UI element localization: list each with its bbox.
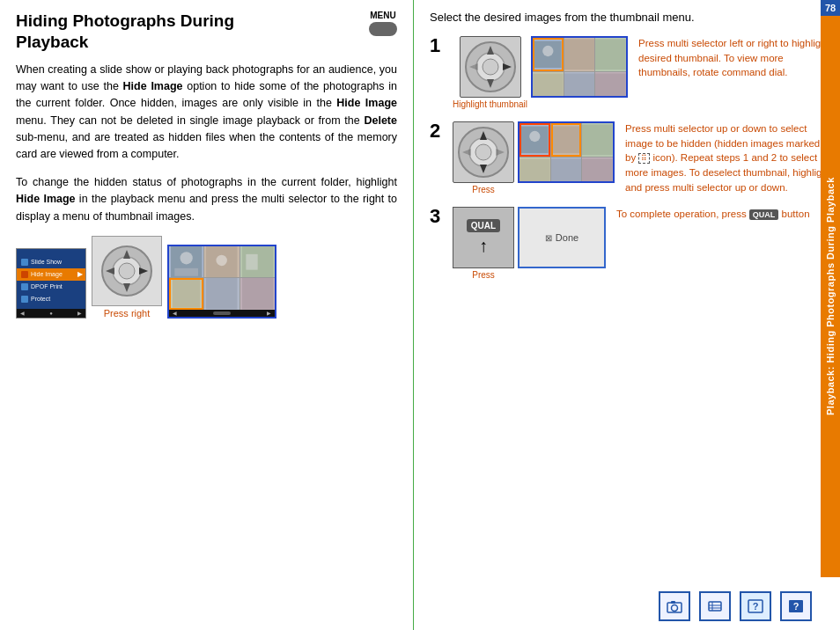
- bottom-icons: ? ?: [659, 591, 812, 621]
- step-2-number: 2: [430, 121, 446, 141]
- svg-point-16: [217, 255, 227, 266]
- svg-rect-1: [21, 271, 28, 278]
- step-1-number: 1: [430, 36, 446, 55]
- step-3-done-box: ⊠ Done: [518, 207, 606, 268]
- step-2-caption: Press: [472, 185, 495, 194]
- menu-icon-area: MENU: [369, 11, 397, 36]
- step-1-selector-box: Highlight thumbnail: [453, 36, 527, 109]
- svg-point-38: [475, 144, 491, 160]
- svg-rect-2: [21, 283, 28, 290]
- svg-rect-3: [21, 296, 28, 303]
- step-3-images: QUAL ↑ Press ⊠ Done: [453, 207, 606, 280]
- page-number: 78: [821, 0, 840, 16]
- page-title: Hiding Photographs During Playback: [16, 11, 397, 53]
- press-right-caption: Press right: [92, 308, 162, 319]
- help-bottom-icon[interactable]: ?: [740, 591, 771, 621]
- svg-rect-33: [533, 73, 564, 98]
- step-2-images: Press ◀ ▶: [453, 121, 615, 194]
- done-text: Done: [556, 232, 578, 243]
- menu-pill: [369, 22, 397, 36]
- svg-rect-49: [582, 158, 613, 183]
- svg-text:?: ?: [753, 601, 759, 612]
- qual-arrow: ↑: [479, 236, 488, 256]
- svg-rect-53: [709, 602, 721, 611]
- multi-selector-image: Press right: [92, 236, 162, 319]
- camera-bottom-icon[interactable]: [659, 591, 690, 621]
- svg-text:?: ?: [793, 601, 799, 612]
- step-3-caption: Press: [472, 270, 495, 280]
- inline-images-row: Slide Show Hide Image ▶ DPOF Print Prote…: [16, 236, 397, 319]
- vertical-chapter-tab: Playback: Hiding Photographs During Play…: [821, 16, 840, 577]
- body-paragraph1: When creating a slide show or playing ba…: [16, 62, 397, 164]
- svg-rect-52: [671, 601, 675, 604]
- step-2: 2 Press: [430, 121, 831, 194]
- right-column: 78 Select the desired images from the th…: [414, 0, 840, 630]
- svg-point-13: [181, 252, 193, 264]
- svg-rect-31: [564, 40, 595, 70]
- step-2-thumbs: ◀ ▶: [518, 121, 615, 183]
- step-3-qual-box: QUAL ↑ Press: [453, 207, 514, 280]
- step-3: 3 QUAL ↑ Press ⊠ Done To complete operat…: [430, 207, 831, 280]
- thumbnail-grid-image: ◀ ▶: [167, 245, 276, 319]
- svg-point-6: [119, 263, 135, 279]
- step-1-thumbs: ◀ ▶: [531, 36, 628, 98]
- step-1-images: Highlight thumbnail ◀ ▶: [453, 36, 628, 109]
- step-3-description: To complete operation, press QUAL button: [616, 207, 831, 222]
- svg-point-51: [672, 605, 678, 612]
- playback-menu-image: Slide Show Hide Image ▶ DPOF Print Prote…: [16, 248, 86, 319]
- question-bottom-icon[interactable]: ?: [780, 591, 812, 621]
- step-1: 1 Highlight thumbnail: [430, 36, 831, 109]
- svg-rect-18: [246, 254, 257, 270]
- svg-rect-0: [21, 259, 28, 266]
- svg-point-24: [483, 59, 498, 75]
- menu-label: MENU: [370, 11, 395, 20]
- left-column: MENU Hiding Photographs During Playback …: [0, 0, 414, 630]
- step-3-number: 3: [430, 207, 446, 226]
- svg-rect-48: [551, 158, 582, 183]
- svg-rect-14: [174, 268, 198, 276]
- step-1-description: Press multi selector left or right to hi…: [638, 36, 831, 80]
- svg-rect-46: [582, 125, 613, 156]
- svg-rect-21: [242, 278, 274, 310]
- svg-point-30: [542, 46, 553, 56]
- body-paragraph2: To change the hidden status of photograp…: [16, 174, 397, 225]
- step-2-description: Press multi selector up or down to selec…: [625, 121, 831, 194]
- step-1-caption: Highlight thumbnail: [453, 99, 527, 109]
- svg-rect-20: [206, 278, 238, 310]
- svg-rect-19: [173, 280, 201, 308]
- list-bottom-icon[interactable]: [699, 591, 731, 621]
- qual-label: QUAL: [467, 219, 500, 232]
- svg-rect-47: [519, 158, 550, 183]
- svg-rect-34: [564, 73, 595, 98]
- intro-text: Select the desired images from the thumb…: [430, 11, 831, 24]
- step-2-selector-box: Press: [453, 121, 514, 194]
- svg-rect-35: [595, 73, 626, 98]
- svg-rect-45: [553, 127, 580, 154]
- svg-rect-32: [595, 40, 626, 70]
- svg-point-44: [529, 131, 540, 142]
